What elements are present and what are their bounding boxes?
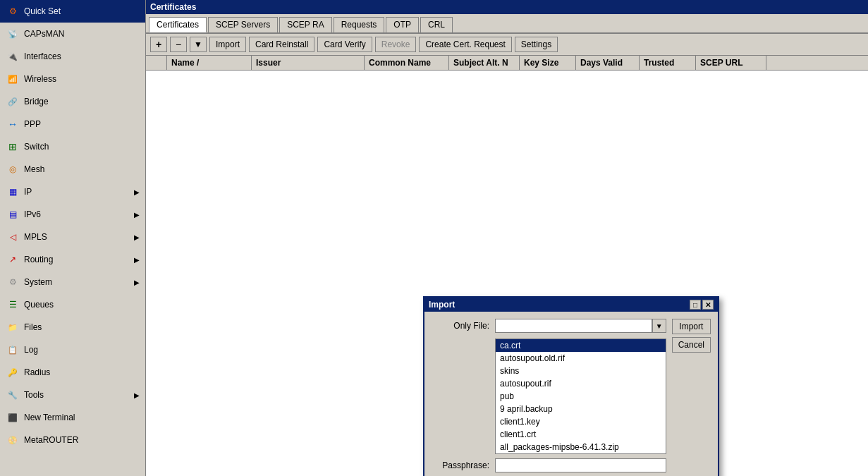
switch-icon: [6, 140, 20, 154]
sidebar-item-log[interactable]: Log: [0, 338, 145, 361]
radius-icon: [6, 365, 20, 379]
dialog-titlebar-buttons: □ ✕: [690, 300, 714, 310]
tab-scep-ra[interactable]: SCEP RA: [279, 17, 331, 32]
table-col-issuer: Issuer: [252, 56, 365, 70]
dialog-restore-button[interactable]: □: [690, 300, 701, 310]
filter-button[interactable]: ▼: [190, 37, 207, 52]
tab-otp[interactable]: OTP: [386, 17, 419, 32]
add-button[interactable]: +: [150, 37, 167, 52]
dialog-titlebar: Import □ ✕: [424, 298, 718, 312]
table-col-subject-alt-n: Subject Alt. N: [449, 56, 520, 70]
dialog-main: Only File: ▼ ca.crtautosupout.old.rifski…: [432, 319, 711, 476]
ppp-icon: [6, 117, 20, 131]
import-button[interactable]: Import: [209, 37, 246, 52]
sidebar-item-bridge[interactable]: Bridge: [0, 90, 145, 113]
card-reinstall-button[interactable]: Card Reinstall: [249, 37, 314, 52]
queues-icon: [6, 298, 20, 312]
tools-icon: [6, 388, 20, 402]
sidebar: Quick SetCAPsMANInterfacesWirelessBridge…: [0, 0, 146, 476]
sidebar-item-label: Files: [24, 322, 140, 332]
sidebar-item-label: MetaROUTER: [24, 435, 140, 445]
sidebar-item-files[interactable]: Files: [0, 316, 145, 338]
sidebar-item-tools[interactable]: Tools▶: [0, 384, 145, 406]
sidebar-item-label: Mesh: [24, 164, 140, 174]
table-col-name: Name /: [167, 56, 252, 70]
sidebar-item-label: Wireless: [24, 74, 140, 84]
only-file-dropdown-button[interactable]: ▼: [652, 319, 666, 333]
routing-icon: [6, 252, 20, 267]
sidebar-item-label: Tools: [24, 390, 134, 400]
sidebar-item-label: Radius: [24, 367, 140, 377]
sidebar-item-new-terminal[interactable]: New Terminal: [0, 406, 145, 429]
sidebar-item-label: MPLS: [24, 232, 134, 242]
files-icon: [6, 320, 20, 334]
table-col-empty: [146, 56, 167, 70]
dropdown-item-client1-crt[interactable]: client1.crt: [496, 428, 666, 441]
passphrase-row: Passphrase:: [432, 458, 666, 472]
sidebar-item-capsman[interactable]: CAPsMAN: [0, 23, 145, 45]
tab-requests[interactable]: Requests: [334, 17, 385, 32]
tab-bar: CertificatesSCEP ServersSCEP RARequestsO…: [146, 14, 868, 34]
settings-button[interactable]: Settings: [515, 37, 558, 52]
dropdown-item-all-packages[interactable]: all_packages-mipsbe-6.41.3.zip: [496, 441, 666, 453]
sidebar-item-switch[interactable]: Switch: [0, 135, 145, 158]
sidebar-item-ip[interactable]: IP▶: [0, 181, 145, 203]
sidebar-item-ipv6[interactable]: IPv6▶: [0, 203, 145, 226]
sidebar-item-routing[interactable]: Routing▶: [0, 248, 145, 271]
dialog-cancel-button[interactable]: Cancel: [672, 337, 711, 353]
import-dialog: Import □ ✕ Only File: ▼ ca.crtautosupout: [423, 296, 719, 476]
sidebar-item-queues[interactable]: Queues: [0, 293, 145, 316]
capsman-icon: [6, 27, 20, 41]
table-col-days-valid: Days Valid: [576, 56, 640, 70]
sidebar-item-label: Switch: [24, 142, 140, 152]
sidebar-item-metarouter[interactable]: MetaROUTER: [0, 429, 145, 451]
metarouter-icon: [6, 433, 20, 447]
window-title: Certificates: [146, 0, 868, 14]
revoke-button[interactable]: Revoke: [375, 37, 417, 52]
tab-certificates[interactable]: Certificates: [149, 17, 207, 32]
remove-button[interactable]: −: [170, 37, 187, 52]
submenu-arrow-icon: ▶: [134, 211, 140, 219]
card-verify-button[interactable]: Card Verify: [317, 37, 372, 52]
tab-crl[interactable]: CRL: [420, 17, 453, 32]
dropdown-item-pub[interactable]: pub: [496, 390, 666, 403]
submenu-arrow-icon: ▶: [134, 256, 140, 264]
table-col-common-name: Common Name: [365, 56, 449, 70]
sidebar-item-interfaces[interactable]: Interfaces: [0, 45, 145, 68]
sidebar-item-label: CAPsMAN: [24, 29, 140, 39]
dropdown-item-autosupout-rif[interactable]: autosupout.rif: [496, 377, 666, 390]
submenu-arrow-icon: ▶: [134, 233, 140, 241]
sidebar-item-wireless[interactable]: Wireless: [0, 68, 145, 90]
sidebar-item-ppp[interactable]: PPP: [0, 113, 145, 135]
dropdown-item-autosupout-old-rif[interactable]: autosupout.old.rif: [496, 352, 666, 365]
sidebar-item-label: IP: [24, 187, 134, 197]
dropdown-list: ca.crtautosupout.old.rifskinsautosupout.…: [495, 338, 666, 454]
sidebar-item-label: PPP: [24, 119, 140, 129]
submenu-arrow-icon: ▶: [134, 391, 140, 399]
passphrase-input[interactable]: [495, 458, 666, 472]
passphrase-label: Passphrase:: [432, 460, 495, 470]
create-cert-request-button[interactable]: Create Cert. Request: [419, 37, 511, 52]
dropdown-item-9-april-backup[interactable]: 9 april.backup: [496, 403, 666, 415]
dialog-content: Only File: ▼ ca.crtautosupout.old.rifski…: [424, 312, 718, 476]
toolbar: + − ▼ Import Card Reinstall Card Verify …: [146, 34, 868, 56]
dropdown-item-client1-key[interactable]: client1.key: [496, 415, 666, 428]
sidebar-item-radius[interactable]: Radius: [0, 361, 145, 384]
tab-scep-servers[interactable]: SCEP Servers: [208, 17, 278, 32]
dialog-fields: Only File: ▼ ca.crtautosupout.old.rifski…: [432, 319, 666, 476]
only-file-input[interactable]: [495, 319, 652, 333]
sidebar-item-label: Bridge: [24, 97, 140, 106]
sidebar-item-mesh[interactable]: Mesh: [0, 158, 145, 181]
dialog-close-button[interactable]: ✕: [702, 300, 714, 310]
sidebar-item-quick-set[interactable]: Quick Set: [0, 0, 145, 23]
sidebar-item-label: IPv6: [24, 209, 134, 219]
sidebar-item-mpls[interactable]: MPLS▶: [0, 226, 145, 248]
sidebar-item-system[interactable]: System▶: [0, 271, 145, 293]
sidebar-item-label: System: [24, 277, 134, 287]
dialog-import-button[interactable]: Import: [672, 319, 711, 334]
bridge-icon: [6, 94, 20, 109]
dropdown-item-ca-crt[interactable]: ca.crt: [496, 339, 666, 352]
mesh-icon: [6, 162, 20, 176]
mpls-icon: [6, 230, 20, 244]
dropdown-item-skins[interactable]: skins: [496, 365, 666, 377]
